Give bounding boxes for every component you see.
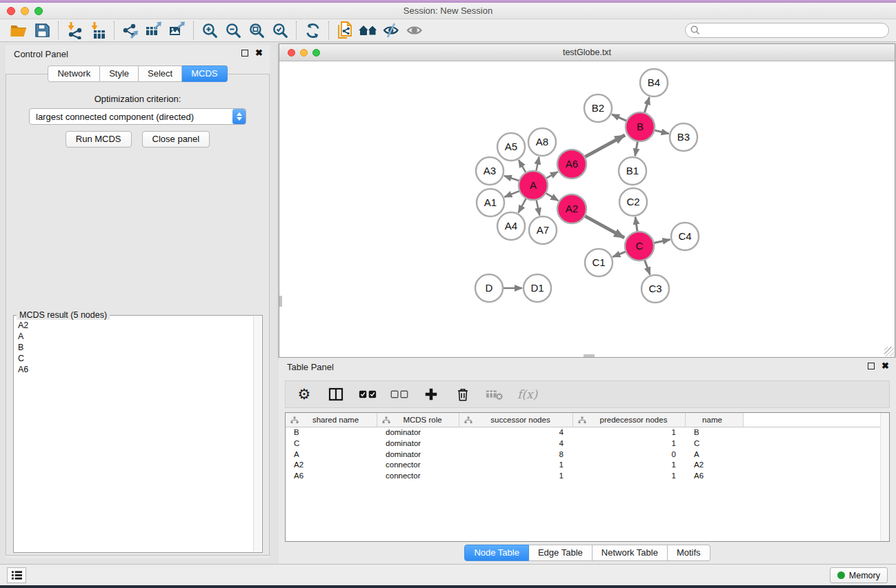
table-row[interactable]: Adominator80A	[286, 449, 889, 460]
node-A3[interactable]: A3	[476, 157, 504, 185]
import-network-icon[interactable]	[63, 21, 86, 40]
node-B3[interactable]: B3	[670, 123, 697, 151]
node-B[interactable]: B	[626, 112, 655, 141]
cell-predecessor-nodes[interactable]: 1	[573, 427, 686, 438]
tab-network-table[interactable]: Network Table	[593, 545, 668, 561]
cell-MCDS-role[interactable]: dominator	[377, 438, 459, 449]
close-panel-icon[interactable]: ✖	[255, 49, 263, 57]
zoom-in-icon[interactable]	[198, 21, 221, 40]
edge-A-A2[interactable]	[544, 192, 558, 201]
export-image-icon[interactable]	[166, 21, 189, 40]
float-table-panel-icon[interactable]	[868, 363, 875, 369]
show-column-panel-icon[interactable]	[327, 385, 345, 403]
zoom-selected-icon[interactable]	[268, 21, 292, 40]
edge-A-A5[interactable]	[519, 160, 527, 174]
table-row[interactable]: A2connector11A2	[286, 460, 889, 471]
cell-shared-name[interactable]: A	[286, 449, 377, 460]
table-row[interactable]: A6connector11A6	[286, 471, 889, 482]
edge-C-C4[interactable]	[653, 240, 670, 243]
node-B1[interactable]: B1	[619, 157, 646, 185]
edge-A2-C[interactable]	[584, 215, 624, 238]
edge-A-A1[interactable]	[504, 190, 521, 197]
node-A5[interactable]: A5	[497, 133, 525, 161]
edge-C-C2[interactable]	[635, 217, 637, 233]
mcds-result-list[interactable]: A2ABCA6	[15, 320, 252, 551]
column-header-successor-nodes[interactable]: successor nodes	[459, 413, 573, 427]
node-B2[interactable]: B2	[584, 94, 612, 122]
tab-mcds[interactable]: MCDS	[182, 65, 227, 82]
cell-MCDS-role[interactable]: dominator	[377, 427, 459, 438]
node-C1[interactable]: C1	[585, 249, 613, 276]
cell-successor-nodes[interactable]: 8	[459, 449, 573, 460]
import-table-icon[interactable]	[86, 21, 110, 40]
result-list-scrollbar[interactable]	[253, 316, 261, 551]
column-header-shared-name[interactable]: shared name	[286, 413, 377, 427]
save-session-icon[interactable]	[30, 21, 54, 40]
delete-column-icon[interactable]	[454, 385, 472, 403]
node-A2[interactable]: A2	[557, 194, 586, 223]
node-C4[interactable]: C4	[671, 223, 699, 250]
edge-B-B3[interactable]	[653, 130, 668, 134]
network-resize-grip[interactable]	[884, 347, 894, 356]
cell-predecessor-nodes[interactable]: 0	[573, 449, 686, 460]
cell-predecessor-nodes[interactable]: 1	[573, 471, 686, 482]
node-A6[interactable]: A6	[557, 150, 586, 179]
cell-name[interactable]: A2	[686, 460, 744, 471]
tab-motifs[interactable]: Motifs	[668, 545, 710, 561]
export-table-icon[interactable]	[142, 21, 166, 40]
cell-name[interactable]: B	[686, 427, 744, 438]
cell-name[interactable]: A	[686, 449, 744, 460]
table-options-gear-icon[interactable]: ⚙	[295, 385, 313, 403]
column-header-name[interactable]: name	[686, 413, 744, 427]
tab-select[interactable]: Select	[139, 65, 182, 82]
close-panel-button[interactable]: Close panel	[142, 131, 210, 148]
result-item[interactable]: A6	[15, 364, 252, 375]
refresh-icon[interactable]	[301, 21, 324, 40]
cell-successor-nodes[interactable]: 1	[459, 471, 573, 482]
show-tasks-button[interactable]	[7, 567, 26, 583]
node-A4[interactable]: A4	[497, 212, 525, 240]
edge-B-B1[interactable]	[635, 140, 638, 156]
edge-A-A8[interactable]	[536, 157, 539, 173]
select-all-columns-icon[interactable]	[359, 385, 377, 403]
edge-A-A3[interactable]	[504, 176, 521, 181]
network-horizontal-scroll-nub[interactable]	[584, 354, 595, 357]
tab-edge-table[interactable]: Edge Table	[529, 545, 593, 561]
cell-MCDS-role[interactable]: dominator	[377, 449, 459, 460]
close-table-panel-icon[interactable]: ✖	[882, 362, 889, 370]
edge-A-A4[interactable]	[518, 197, 526, 213]
node-A7[interactable]: A7	[529, 216, 557, 244]
tab-node-table[interactable]: Node Table	[464, 545, 529, 561]
node-A8[interactable]: A8	[528, 128, 556, 156]
cell-predecessor-nodes[interactable]: 1	[573, 438, 686, 449]
cell-successor-nodes[interactable]: 4	[459, 438, 573, 449]
edge-A6-B[interactable]	[584, 135, 625, 158]
cell-shared-name[interactable]: A2	[286, 460, 377, 471]
node-A[interactable]: A	[519, 171, 548, 200]
cell-MCDS-role[interactable]: connector	[377, 460, 459, 471]
node-A1[interactable]: A1	[477, 189, 504, 216]
cell-name[interactable]: A6	[686, 471, 744, 482]
tab-network[interactable]: Network	[48, 65, 100, 82]
optimization-criterion-select[interactable]: largest connected component (directed)	[29, 108, 246, 125]
node-B4[interactable]: B4	[640, 69, 668, 97]
edge-A-A7[interactable]	[536, 199, 539, 216]
export-network-icon[interactable]	[119, 21, 142, 40]
result-item[interactable]: B	[15, 342, 252, 353]
edge-C-C1[interactable]	[613, 251, 627, 257]
network-vertical-scroll-nub[interactable]	[279, 296, 282, 307]
float-panel-icon[interactable]	[241, 50, 248, 57]
node-C[interactable]: C	[625, 232, 654, 261]
table-scrollbar[interactable]	[880, 413, 889, 541]
tab-style[interactable]: Style	[100, 65, 139, 82]
node-C2[interactable]: C2	[619, 188, 647, 216]
edge-A-A6[interactable]	[545, 172, 558, 179]
result-item[interactable]: A	[15, 331, 252, 342]
cell-successor-nodes[interactable]: 4	[459, 427, 573, 438]
memory-button[interactable]: Memory	[830, 567, 888, 583]
delete-table-icon[interactable]	[486, 385, 504, 403]
network-canvas[interactable]: B4B2BB3A8A5A6A3B1AA1C2A2A4A7C4CC1C3DD1	[279, 61, 895, 357]
cell-MCDS-role[interactable]: connector	[377, 471, 459, 482]
result-item[interactable]: C	[15, 353, 252, 364]
result-item[interactable]: A2	[15, 320, 252, 331]
